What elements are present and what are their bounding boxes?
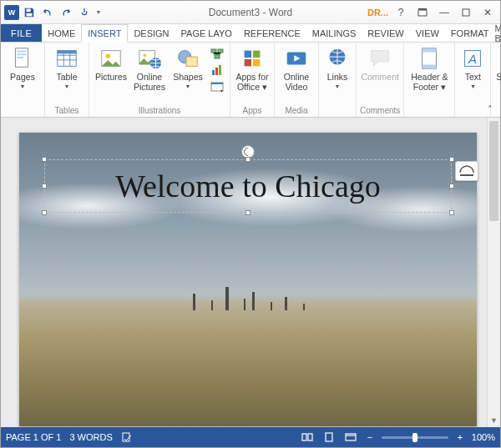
zoom-out-button[interactable]: − bbox=[365, 432, 375, 442]
group-label: Comments bbox=[360, 105, 400, 117]
zoom-in-button[interactable]: + bbox=[455, 432, 465, 442]
symbols-button[interactable]: Ω Symbols ▼ bbox=[494, 44, 501, 89]
page-indicator[interactable]: PAGE 1 OF 1 bbox=[6, 432, 61, 442]
qat-save-icon[interactable] bbox=[21, 4, 38, 21]
text-box[interactable]: Welcome to Chicago bbox=[44, 159, 452, 213]
pictures-label: Pictures bbox=[95, 73, 127, 83]
app-icon[interactable]: W bbox=[4, 5, 19, 20]
svg-rect-6 bbox=[17, 51, 26, 53]
apps-label: Apps for Office ▾ bbox=[234, 73, 271, 92]
online-pictures-icon bbox=[137, 46, 162, 71]
links-button[interactable]: Links ▼ bbox=[322, 44, 352, 89]
word-count[interactable]: 3 WORDS bbox=[69, 432, 112, 442]
tab-mailings[interactable]: MAILINGS bbox=[306, 24, 362, 42]
pages-icon bbox=[10, 46, 35, 71]
apps-for-office-button[interactable]: Apps for Office ▾ bbox=[234, 44, 271, 92]
qat-customize-icon[interactable]: ▾ bbox=[94, 4, 103, 21]
tab-design[interactable]: DESIGN bbox=[128, 24, 175, 42]
qat-undo-icon[interactable] bbox=[39, 4, 56, 21]
video-icon bbox=[284, 46, 309, 71]
chart-button[interactable] bbox=[208, 63, 226, 78]
status-bar: PAGE 1 OF 1 3 WORDS − + 100% bbox=[1, 427, 500, 447]
print-layout-icon[interactable] bbox=[321, 430, 337, 444]
pictures-icon bbox=[99, 46, 124, 71]
chevron-down-icon: ▼ bbox=[470, 83, 476, 89]
shapes-button[interactable]: Shapes ▼ bbox=[170, 44, 206, 89]
inserted-picture[interactable]: Welcome to Chicago bbox=[19, 133, 477, 426]
text-box-content[interactable]: Welcome to Chicago bbox=[45, 160, 451, 212]
help-icon[interactable]: ? bbox=[392, 4, 410, 21]
group-header-footer: Header & Footer ▾ bbox=[404, 43, 455, 117]
zoom-level[interactable]: 100% bbox=[472, 432, 495, 442]
screenshot-button[interactable]: ▾ bbox=[208, 79, 226, 94]
svg-text:A: A bbox=[468, 52, 477, 66]
scroll-thumb[interactable] bbox=[489, 121, 498, 221]
proofing-icon[interactable] bbox=[121, 431, 133, 443]
svg-rect-30 bbox=[253, 59, 260, 66]
web-layout-icon[interactable] bbox=[343, 430, 358, 444]
text-label: Text bbox=[465, 73, 481, 83]
signed-in-user[interactable]: Mitch Bar... bbox=[494, 24, 501, 42]
tab-page-layout[interactable]: PAGE LAYO bbox=[175, 24, 238, 42]
layout-options-button[interactable] bbox=[455, 161, 478, 181]
pictures-button[interactable]: Pictures bbox=[93, 44, 129, 83]
tab-format[interactable]: FORMAT bbox=[445, 24, 495, 42]
group-label: Apps bbox=[234, 105, 271, 117]
header-footer-icon bbox=[417, 46, 442, 71]
pages-button[interactable]: Pages ▼ bbox=[4, 44, 41, 89]
online-pictures-label: Online Pictures bbox=[131, 73, 168, 92]
tab-home[interactable]: HOME bbox=[42, 24, 81, 42]
tab-view[interactable]: VIEW bbox=[410, 24, 445, 42]
tab-insert[interactable]: INSERT bbox=[81, 24, 128, 43]
group-label bbox=[322, 114, 352, 117]
group-label bbox=[4, 114, 41, 117]
shapes-label: Shapes bbox=[173, 73, 203, 83]
document-area[interactable]: Welcome to Chicago ▲ ▼ bbox=[1, 118, 500, 427]
ribbon-display-icon[interactable] bbox=[413, 4, 432, 21]
qat-touch-icon[interactable] bbox=[76, 4, 93, 21]
user-name-label: Mitch Bar... bbox=[494, 23, 501, 43]
close-icon[interactable]: ✕ bbox=[478, 4, 497, 21]
online-pictures-button[interactable]: Online Pictures bbox=[131, 44, 168, 92]
svg-rect-10 bbox=[58, 51, 77, 54]
symbols-label: Symbols bbox=[496, 73, 501, 83]
comment-label: Comment bbox=[361, 73, 399, 83]
svg-rect-1 bbox=[27, 13, 33, 16]
header-footer-label: Header & Footer ▾ bbox=[407, 73, 451, 92]
text-button[interactable]: A Text ▼ bbox=[458, 44, 487, 89]
scroll-down-icon[interactable]: ▼ bbox=[488, 414, 500, 427]
vertical-scrollbar[interactable]: ▲ ▼ bbox=[487, 118, 500, 427]
svg-rect-4 bbox=[463, 9, 469, 16]
tab-file[interactable]: FILE bbox=[1, 24, 42, 42]
tab-review[interactable]: REVIEW bbox=[362, 24, 409, 42]
online-video-button[interactable]: Online Video bbox=[278, 44, 315, 92]
qat-redo-icon[interactable] bbox=[58, 4, 74, 21]
svg-rect-21 bbox=[212, 70, 215, 75]
table-icon bbox=[54, 46, 79, 71]
group-illustrations: Pictures Online Pictures Shapes ▼ ▾ Illu bbox=[89, 43, 230, 117]
account-badge[interactable]: DR... bbox=[367, 8, 388, 18]
svg-rect-7 bbox=[17, 53, 26, 55]
collapse-ribbon-icon[interactable]: ˄ bbox=[483, 103, 497, 115]
group-label bbox=[407, 114, 451, 117]
read-mode-icon[interactable] bbox=[300, 430, 315, 444]
zoom-slider-thumb[interactable] bbox=[412, 433, 418, 442]
table-button[interactable]: Table ▼ bbox=[48, 44, 85, 89]
minimize-icon[interactable]: — bbox=[435, 4, 453, 21]
group-apps: Apps for Office ▾ Apps bbox=[230, 43, 275, 117]
maximize-icon[interactable] bbox=[457, 4, 475, 21]
apps-icon bbox=[240, 46, 265, 71]
group-media: Online Video Media bbox=[275, 43, 319, 117]
table-label: Table bbox=[56, 73, 77, 83]
zoom-slider[interactable] bbox=[382, 436, 448, 439]
chevron-down-icon: ▼ bbox=[64, 83, 70, 89]
smartart-button[interactable] bbox=[208, 46, 226, 61]
header-footer-button[interactable]: Header & Footer ▾ bbox=[407, 44, 451, 92]
svg-rect-25 bbox=[211, 83, 223, 84]
svg-rect-41 bbox=[326, 433, 332, 441]
svg-rect-20 bbox=[215, 55, 220, 58]
svg-rect-22 bbox=[215, 68, 218, 75]
group-comments: Comment Comments bbox=[357, 43, 404, 117]
tab-references[interactable]: REFERENCE bbox=[238, 24, 306, 42]
group-label: Tables bbox=[48, 105, 85, 117]
